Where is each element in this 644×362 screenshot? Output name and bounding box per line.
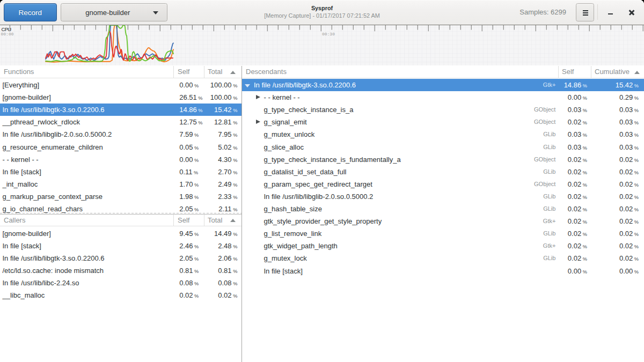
svg-text:00:30: 00:30 [322,32,335,36]
svg-text:00:00: 00:00 [1,32,14,36]
